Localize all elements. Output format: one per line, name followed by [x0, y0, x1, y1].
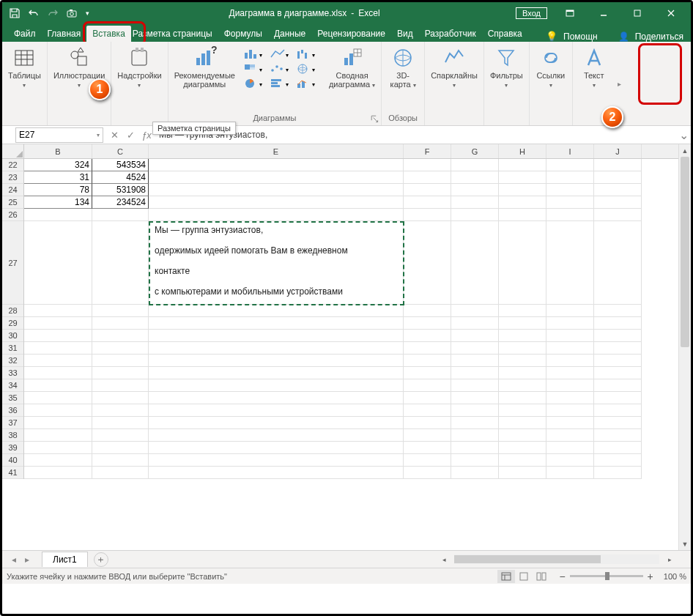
row-header[interactable]: 28	[2, 305, 23, 317]
cell[interactable]	[24, 342, 92, 355]
cell[interactable]	[92, 305, 149, 317]
cell[interactable]: 234524	[92, 196, 149, 209]
cell[interactable]	[149, 342, 404, 355]
cell[interactable]	[404, 209, 451, 221]
cell[interactable]	[451, 330, 499, 342]
tab-data[interactable]: Данные	[268, 26, 311, 42]
cell[interactable]	[546, 330, 594, 342]
ribbon-display-icon[interactable]	[553, 2, 587, 24]
cell[interactable]	[404, 330, 451, 342]
charts-dialog-launcher-icon[interactable]	[371, 115, 379, 124]
cell[interactable]	[24, 467, 92, 479]
cell[interactable]	[594, 184, 642, 196]
cell[interactable]	[404, 184, 451, 196]
cell[interactable]	[499, 330, 546, 342]
page-break-view-icon[interactable]	[533, 570, 550, 583]
cell[interactable]	[594, 330, 642, 342]
text-button[interactable]: Текст▾	[576, 45, 612, 91]
cell[interactable]	[451, 379, 499, 392]
cell[interactable]	[92, 454, 149, 467]
sheet-tab-1[interactable]: Лист1	[42, 552, 88, 567]
cell[interactable]	[594, 342, 642, 355]
cell[interactable]	[24, 429, 92, 442]
cell[interactable]	[24, 379, 92, 392]
cell[interactable]	[149, 392, 404, 404]
cell[interactable]	[499, 317, 546, 330]
cell[interactable]	[546, 209, 594, 221]
cell[interactable]	[499, 342, 546, 355]
row-header[interactable]: 35	[2, 392, 23, 404]
cell[interactable]	[149, 417, 404, 429]
cell[interactable]	[404, 342, 451, 355]
cell[interactable]: 78	[24, 184, 92, 196]
filters-button[interactable]: Фильтры▾	[487, 45, 526, 91]
cell[interactable]: 324	[24, 159, 92, 171]
row-header[interactable]: 39	[2, 442, 23, 454]
row-header[interactable]: 41	[2, 467, 23, 479]
cell[interactable]	[149, 196, 404, 209]
cell[interactable]	[499, 392, 546, 404]
cell[interactable]	[594, 209, 642, 221]
cell[interactable]	[451, 417, 499, 429]
row-header[interactable]: 27	[2, 221, 23, 305]
cell[interactable]	[546, 404, 594, 417]
recommended-charts-button[interactable]: ? Рекомендуемые диаграммы	[171, 45, 238, 93]
cell[interactable]	[594, 454, 642, 467]
cells-area[interactable]: 32454353431452478531908134234524	[24, 159, 678, 479]
cell[interactable]	[546, 196, 594, 209]
cell[interactable]	[594, 305, 642, 317]
cell[interactable]	[546, 305, 594, 317]
cell[interactable]: 543534	[92, 159, 149, 171]
cell[interactable]	[149, 379, 404, 392]
cell[interactable]	[149, 454, 404, 467]
cell[interactable]	[24, 367, 92, 379]
cell[interactable]	[594, 379, 642, 392]
cell[interactable]	[594, 442, 642, 454]
bar-chart-icon[interactable]: ▾	[267, 77, 292, 90]
scroll-up-icon[interactable]: ▲	[679, 144, 691, 157]
map-chart-icon[interactable]: ▾	[294, 62, 319, 75]
name-box[interactable]: E27▾	[15, 127, 103, 143]
hierarchy-chart-icon[interactable]: ▾	[241, 62, 266, 75]
cell[interactable]	[24, 442, 92, 454]
row-header[interactable]: 33	[2, 367, 23, 379]
sparklines-button[interactable]: Спарклайны▾	[428, 45, 481, 91]
cell[interactable]	[594, 367, 642, 379]
cell[interactable]	[594, 171, 642, 184]
cell[interactable]	[451, 221, 499, 305]
cell[interactable]	[499, 417, 546, 429]
vertical-scrollbar[interactable]: ▲ ▼	[678, 144, 691, 550]
cell[interactable]	[149, 209, 404, 221]
hscroll-left-icon[interactable]: ◂	[438, 554, 450, 565]
expand-formula-bar-icon[interactable]: ⌄	[676, 128, 691, 142]
column-header[interactable]: E	[149, 144, 404, 158]
maximize-button[interactable]	[620, 2, 654, 24]
cell[interactable]	[149, 317, 404, 330]
cell[interactable]	[451, 159, 499, 171]
cell[interactable]	[404, 467, 451, 479]
hscroll-right-icon[interactable]: ▸	[664, 554, 675, 565]
cell[interactable]	[499, 355, 546, 367]
cell[interactable]	[451, 196, 499, 209]
cell[interactable]	[149, 367, 404, 379]
cell[interactable]	[404, 221, 451, 305]
cell[interactable]	[594, 221, 642, 305]
cell[interactable]	[451, 171, 499, 184]
cell[interactable]	[451, 392, 499, 404]
cell[interactable]	[404, 392, 451, 404]
cell[interactable]	[546, 379, 594, 392]
cell[interactable]	[24, 330, 92, 342]
cell[interactable]	[92, 342, 149, 355]
cell[interactable]	[451, 184, 499, 196]
scatter-chart-icon[interactable]: ▾	[267, 62, 292, 75]
cell[interactable]	[546, 454, 594, 467]
cell[interactable]	[404, 379, 451, 392]
row-header[interactable]: 26	[2, 209, 23, 221]
cell[interactable]	[24, 404, 92, 417]
cell[interactable]	[546, 392, 594, 404]
cell[interactable]	[546, 429, 594, 442]
cell[interactable]	[404, 367, 451, 379]
cell[interactable]	[149, 442, 404, 454]
links-button[interactable]: Ссылки▾	[533, 45, 569, 91]
cell[interactable]: 31	[24, 171, 92, 184]
